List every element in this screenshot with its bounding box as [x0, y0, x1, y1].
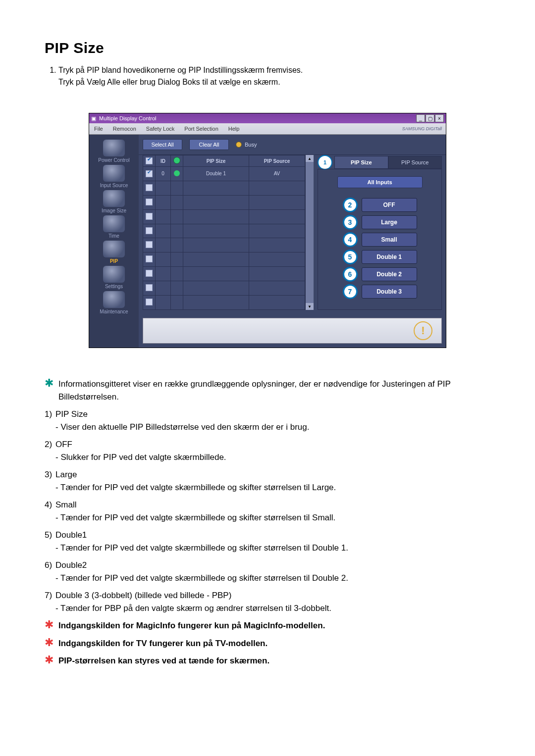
row-checkbox[interactable] — [146, 184, 153, 191]
table-row[interactable] — [143, 281, 305, 296]
sidebar-item-power-control[interactable]: Power Control — [93, 140, 135, 163]
option-row-large: 3Large — [343, 215, 417, 230]
row-checkbox[interactable] — [146, 299, 153, 305]
menu-port-selection[interactable]: Port Selection — [179, 126, 223, 132]
intro-list: Tryk på PIP bland hovedikonerne og PIP I… — [45, 64, 490, 88]
sidebar-item-label: Settings — [105, 284, 123, 289]
col-id: ID — [156, 155, 171, 167]
menu-help[interactable]: Help — [223, 126, 245, 132]
warning-note: ✱Indgangskilden for MagicInfo fungerer k… — [45, 619, 490, 632]
item-desc: - Tænder for PIP ved det valgte skærmbil… — [45, 542, 490, 554]
col-status — [171, 155, 183, 167]
time-icon — [103, 215, 125, 232]
option-double-1-button[interactable]: Double 1 — [362, 250, 417, 264]
item-title: Large — [55, 470, 77, 479]
row-checkbox[interactable] — [146, 213, 153, 220]
all-inputs-header: All Inputs — [337, 176, 423, 188]
table-row[interactable] — [143, 224, 305, 238]
check-all-icon[interactable] — [146, 157, 153, 164]
window-title: Multiple Display Control — [99, 115, 157, 121]
item-title: Double1 — [55, 530, 87, 540]
callout-5: 5 — [343, 250, 358, 264]
display-grid: ID PIP Size PIP Source 0Double 1AV — [143, 155, 305, 310]
menu-file[interactable]: File — [89, 126, 108, 132]
sidebar-item-image-size[interactable]: Image Size — [93, 190, 135, 213]
toolbar: Select All Clear All Busy — [139, 135, 446, 155]
maximize-button[interactable]: ▢ — [426, 114, 434, 122]
tab-pip-source[interactable]: PIP Source — [388, 156, 442, 169]
page-title: PIP Size — [45, 40, 490, 56]
list-item: 1) PIP Size- Viser den aktuelle PIP Bill… — [45, 408, 490, 433]
table-row[interactable] — [143, 296, 305, 310]
item-number: 2) — [45, 438, 55, 451]
grid-scrollbar[interactable]: ▲ ▼ — [305, 155, 314, 310]
sidebar-item-settings[interactable]: Settings — [93, 266, 135, 289]
row-checkbox[interactable] — [146, 241, 153, 248]
row-checkbox[interactable] — [146, 270, 153, 277]
pip-icon — [103, 241, 125, 257]
settings-icon — [103, 266, 125, 283]
table-row[interactable] — [143, 181, 305, 195]
callout-1: 1 — [318, 155, 332, 170]
table-row[interactable] — [143, 267, 305, 281]
sidebar-item-label: Maintenance — [100, 309, 128, 314]
callout-6: 6 — [343, 267, 358, 282]
tab-pip-size[interactable]: PIP Size — [334, 156, 388, 169]
table-row[interactable] — [143, 195, 305, 209]
close-button[interactable]: × — [435, 114, 444, 122]
scroll-track[interactable] — [306, 162, 314, 303]
row-checkbox[interactable] — [146, 227, 153, 234]
item-number: 4) — [45, 499, 55, 511]
sidebar-item-label: Time — [108, 233, 119, 239]
item-number: 6) — [45, 559, 55, 572]
option-large-button[interactable]: Large — [362, 215, 417, 229]
sidebar-item-pip[interactable]: PIP — [93, 241, 135, 264]
option-small-button[interactable]: Small — [362, 233, 417, 247]
item-number: 1) — [45, 408, 55, 421]
table-row[interactable] — [143, 209, 305, 224]
menu-remocon[interactable]: Remocon — [108, 126, 141, 132]
sidebar-item-maintenance[interactable]: Maintenance — [93, 291, 135, 314]
star-green-icon: ✱ — [45, 378, 54, 403]
item-desc: - Tænder for PBP på den valgte skærm og … — [45, 602, 490, 615]
item-number: 7) — [45, 589, 55, 602]
option-row-small: 4Small — [343, 232, 417, 247]
select-all-button[interactable]: Select All — [143, 139, 182, 150]
option-double-2-button[interactable]: Double 2 — [362, 267, 417, 281]
star-red-icon: ✱ — [45, 637, 54, 650]
item-title: OFF — [55, 440, 72, 449]
row-checkbox[interactable] — [146, 284, 153, 291]
intro-line-2: Tryk på Vælg Alle eller brug Dialog Boks… — [58, 78, 280, 86]
row-checkbox[interactable] — [146, 199, 153, 205]
star-red-icon: ✱ — [45, 619, 54, 632]
scroll-up-button[interactable]: ▲ — [306, 155, 314, 162]
menu-safety-lock[interactable]: Safety Lock — [141, 126, 179, 132]
option-double-3-button[interactable]: Double 3 — [362, 285, 417, 299]
list-item: 6) Double2- Tænder for PIP ved det valgt… — [45, 559, 490, 584]
table-row[interactable] — [143, 238, 305, 252]
scroll-down-button[interactable]: ▼ — [306, 303, 314, 310]
sidebar: Power ControlInput SourceImage SizeTimeP… — [89, 135, 139, 348]
menu-bar: File Remocon Safety Lock Port Selection … — [89, 123, 446, 135]
row-checkbox[interactable] — [146, 170, 153, 177]
item-desc: - Slukker for PIP ved det valgte skærmbi… — [45, 451, 490, 464]
right-panel: 1 PIP Size PIP Source All Inputs 2OFF3La… — [318, 155, 442, 310]
warning-text: PIP-størrelsen kan styres ved at tænde f… — [58, 655, 490, 667]
table-row[interactable] — [143, 252, 305, 267]
sidebar-item-input-source[interactable]: Input Source — [93, 165, 135, 188]
clear-all-button[interactable]: Clear All — [189, 139, 229, 150]
item-title: PIP Size — [55, 409, 88, 419]
option-off-button[interactable]: OFF — [362, 198, 417, 212]
item-desc: - Tænder for PIP ved det valgte skærmbil… — [45, 511, 490, 524]
callout-2: 2 — [343, 198, 358, 212]
row-checkbox[interactable] — [146, 255, 153, 262]
list-item: 3) Large- Tænder for PIP ved det valgte … — [45, 468, 490, 494]
sidebar-item-time[interactable]: Time — [93, 215, 135, 239]
callout-3: 3 — [343, 215, 358, 230]
col-check[interactable] — [143, 155, 156, 167]
callout-7: 7 — [343, 284, 358, 299]
table-row[interactable]: 0Double 1AV — [143, 167, 305, 181]
maintenance-icon — [103, 291, 125, 308]
minimize-button[interactable]: _ — [416, 114, 425, 122]
sidebar-item-label: Image Size — [102, 208, 126, 213]
